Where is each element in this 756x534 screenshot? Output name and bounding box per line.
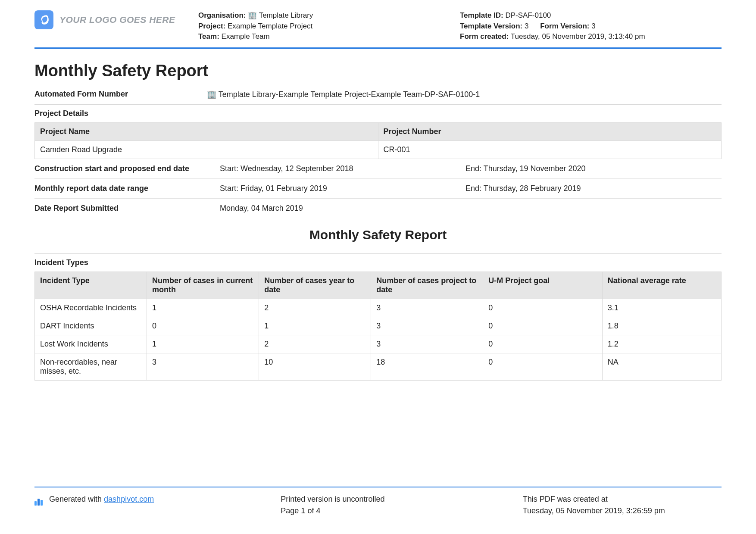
report-range-row: Monthly report data date range Start: Fr… [34, 178, 722, 198]
submitted-row: Date Report Submitted Monday, 04 March 2… [34, 198, 722, 218]
table-cell: DART Incidents [35, 317, 147, 335]
project-number-header: Project Number [378, 122, 722, 141]
incident-col-goal: U-M Project goal [483, 272, 602, 299]
incident-col-national: National average rate [602, 272, 721, 299]
incident-col-current: Number of cases in current month [147, 272, 259, 299]
construction-start: Start: Wednesday, 12 September 2018 [220, 164, 465, 173]
table-row: DART Incidents01301.8 [35, 317, 722, 335]
submitted-label: Date Report Submitted [34, 204, 220, 213]
incident-types-table: Incident Type Number of cases in current… [34, 272, 722, 381]
project-name-value: Camden Road Upgrade [35, 141, 378, 159]
header-meta-right: Template ID: DP-SAF-0100 Template Versio… [460, 10, 722, 42]
page-number: Page 1 of 4 [281, 505, 479, 517]
footer-right: This PDF was created at Tuesday, 05 Nove… [480, 493, 722, 517]
template-id-label: Template ID: [460, 11, 503, 19]
construction-label: Construction start and proposed end date [34, 164, 220, 173]
subtitle: Monthly Safety Report [34, 228, 722, 242]
table-cell: OSHA Recordable Incidents [35, 299, 147, 317]
project-details-table: Project Name Project Number Camden Road … [34, 122, 722, 159]
document-footer: Generated with dashpivot.com Printed ver… [34, 487, 722, 517]
report-range-label: Monthly report data date range [34, 184, 220, 193]
form-created-label: Form created: [460, 32, 509, 41]
created-label: This PDF was created at [523, 493, 722, 505]
table-row: Non-recordables, near misses, etc.310180… [35, 353, 722, 380]
table-cell: 0 [483, 317, 602, 335]
dashpivot-link[interactable]: dashpivot.com [104, 495, 154, 503]
logo-icon [34, 10, 53, 29]
table-cell: 1 [147, 335, 259, 353]
table-row: Lost Work Incidents12301.2 [35, 335, 722, 353]
afn-value: 🏢 Template Library-Example Template Proj… [207, 90, 480, 99]
report-range-end: End: Thursday, 28 February 2019 [465, 184, 722, 193]
table-cell: 0 [483, 335, 602, 353]
template-version-value: 3 [525, 22, 528, 30]
submitted-value: Monday, 04 March 2019 [220, 204, 465, 213]
logo-placeholder-text: YOUR LOGO GOES HERE [59, 15, 175, 25]
footer-center: Printed version is uncontrolled Page 1 o… [233, 493, 479, 517]
form-created-value: Tuesday, 05 November 2019, 3:13:40 pm [511, 32, 645, 41]
table-cell: 3 [371, 299, 483, 317]
dashpivot-icon [34, 494, 44, 506]
construction-end: End: Thursday, 19 November 2020 [465, 164, 722, 173]
table-cell: 1 [147, 299, 259, 317]
page-title: Monthly Safety Report [34, 62, 722, 80]
project-name-header: Project Name [35, 122, 378, 141]
project-details-header: Project Details [34, 104, 722, 122]
table-cell: 3 [371, 317, 483, 335]
table-cell: 3.1 [602, 299, 721, 317]
team-label: Team: [198, 32, 219, 41]
table-cell: 0 [147, 317, 259, 335]
template-version-label: Template Version: [460, 22, 522, 30]
automated-form-number-row: Automated Form Number 🏢 Template Library… [34, 88, 722, 104]
org-value: 🏢 Template Library [248, 11, 313, 19]
table-cell: 0 [483, 353, 602, 380]
incident-col-ptd: Number of cases project to date [371, 272, 483, 299]
table-cell: 2 [259, 335, 371, 353]
table-cell: 3 [147, 353, 259, 380]
table-row: OSHA Recordable Incidents12303.1 [35, 299, 722, 317]
incident-types-header: Incident Types [34, 253, 722, 272]
project-value: Example Template Project [228, 22, 312, 30]
header-meta-left: Organisation: 🏢 Template Library Project… [198, 10, 460, 42]
uncontrolled-text: Printed version is uncontrolled [281, 493, 479, 505]
construction-dates-row: Construction start and proposed end date… [34, 159, 722, 178]
template-id-value: DP-SAF-0100 [506, 11, 551, 19]
incident-col-ytd: Number of cases year to date [259, 272, 371, 299]
table-cell: Lost Work Incidents [35, 335, 147, 353]
table-cell: 3 [371, 335, 483, 353]
afn-label: Automated Form Number [34, 90, 207, 99]
table-cell: 18 [371, 353, 483, 380]
table-cell: 1.8 [602, 317, 721, 335]
form-version-label: Form Version: [540, 22, 589, 30]
generated-prefix: Generated with [49, 495, 104, 503]
form-version-value: 3 [591, 22, 595, 30]
table-cell: 1.2 [602, 335, 721, 353]
incident-col-type: Incident Type [35, 272, 147, 299]
table-cell: 10 [259, 353, 371, 380]
table-cell: 1 [259, 317, 371, 335]
project-label: Project: [198, 22, 225, 30]
footer-left: Generated with dashpivot.com [34, 493, 233, 517]
report-range-start: Start: Friday, 01 February 2019 [220, 184, 465, 193]
logo-block: YOUR LOGO GOES HERE [34, 10, 198, 29]
project-number-value: CR-001 [378, 141, 722, 159]
created-value: Tuesday, 05 November 2019, 3:26:59 pm [523, 505, 722, 517]
table-row: Camden Road Upgrade CR-001 [35, 141, 722, 159]
table-cell: 2 [259, 299, 371, 317]
team-value: Example Team [222, 32, 270, 41]
table-cell: Non-recordables, near misses, etc. [35, 353, 147, 380]
table-cell: 0 [483, 299, 602, 317]
document-header: YOUR LOGO GOES HERE Organisation: 🏢 Temp… [34, 10, 722, 49]
org-label: Organisation: [198, 11, 246, 19]
table-cell: NA [602, 353, 721, 380]
